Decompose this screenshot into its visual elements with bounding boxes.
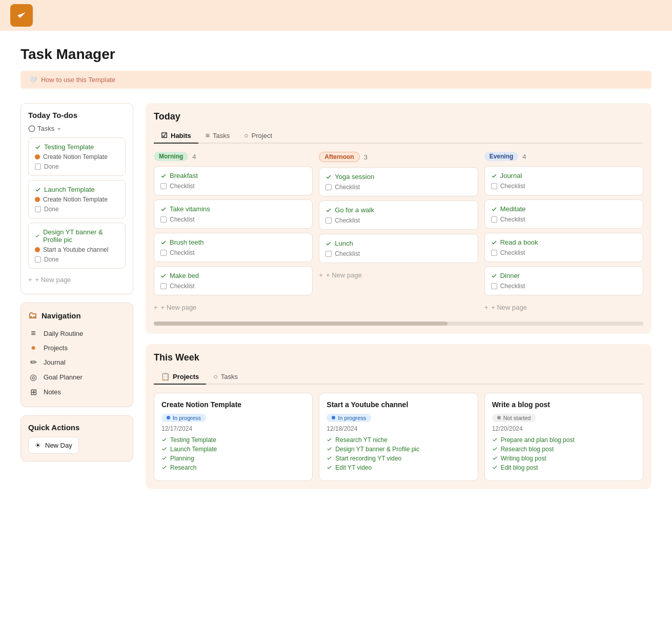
- task-card-title: Design YT banner & Profile pic: [35, 228, 119, 244]
- habit-item: Read a book Checklist: [484, 233, 643, 262]
- habit-checklist: Checklist: [160, 183, 306, 190]
- tab-tasks-week[interactable]: ○ Tasks: [206, 369, 245, 385]
- logo-icon: [10, 4, 33, 27]
- task-card: Testing Template Create Notion Template …: [28, 137, 126, 176]
- nav-item-label: Projects: [44, 344, 68, 352]
- project-card-title: Write a blog post: [492, 400, 636, 409]
- checkbox-empty[interactable]: [35, 206, 41, 212]
- sun-icon: ☀: [35, 442, 41, 449]
- tab-projects-label: Projects: [173, 373, 199, 380]
- checklist-checkbox[interactable]: [160, 283, 167, 289]
- habit-checklist: Checklist: [325, 217, 471, 224]
- checklist-checkbox[interactable]: [325, 251, 332, 257]
- nav-item-notes[interactable]: ⊞ Notes: [28, 385, 126, 399]
- notes-icon: ⊞: [28, 387, 38, 397]
- afternoon-column: Afternoon 3 Yoga session Checklist: [319, 152, 478, 315]
- tasks-week-tab-icon: ○: [213, 372, 217, 380]
- project-task: Research: [161, 464, 305, 471]
- nav-item-label: Journal: [44, 358, 66, 366]
- project-task: Planning: [161, 455, 305, 462]
- status-dot: [497, 416, 501, 419]
- habit-item: Brush teeth Checklist: [154, 233, 313, 262]
- habit-checklist: Checklist: [491, 183, 637, 190]
- daily-routine-icon: ≡: [28, 329, 38, 338]
- project-task: Testing Template: [161, 436, 305, 444]
- checklist-checkbox[interactable]: [325, 217, 332, 224]
- evening-count: 4: [522, 153, 526, 160]
- this-week-section: This Week 📋 Projects ○ Tasks Create Noti…: [146, 344, 651, 489]
- habits-icon: ☑: [161, 131, 168, 139]
- status-badge: In progress: [327, 414, 371, 422]
- projects-icon: ●: [28, 343, 38, 352]
- tasks-label: Tasks: [37, 125, 54, 132]
- project-task: Edit blog post: [492, 464, 636, 471]
- orange-dot: [35, 197, 40, 202]
- checklist-checkbox[interactable]: [160, 216, 167, 223]
- new-day-button[interactable]: ☀ New Day: [28, 437, 79, 454]
- morning-tag: Morning: [154, 152, 188, 161]
- goal-planner-icon: ◎: [28, 372, 38, 382]
- habit-item-title: Brush teeth: [160, 238, 306, 246]
- nav-item-goal-planner[interactable]: ◎ Goal Planner: [28, 370, 126, 385]
- tasks-header[interactable]: Tasks: [28, 125, 126, 132]
- checkbox-empty[interactable]: [35, 164, 41, 170]
- nav-item-journal[interactable]: ✏ Journal: [28, 355, 126, 370]
- checklist-checkbox[interactable]: [325, 184, 332, 190]
- scrollbar-area[interactable]: [154, 322, 643, 326]
- checklist-checkbox[interactable]: [160, 183, 167, 189]
- afternoon-tag: Afternoon: [319, 152, 359, 162]
- new-page-morning[interactable]: + + New page: [154, 299, 313, 315]
- new-page-afternoon[interactable]: + + New page: [319, 267, 478, 283]
- task-card: Launch Template Create Notion Template D…: [28, 180, 126, 218]
- habit-item-title: Lunch: [325, 239, 471, 247]
- checkbox-empty[interactable]: [35, 256, 41, 263]
- checklist-checkbox[interactable]: [491, 216, 497, 223]
- project-card-title: Start a Youtube channel: [327, 400, 470, 409]
- svg-point-0: [29, 126, 35, 132]
- template-banner[interactable]: 🤍 How to use this Template: [21, 71, 651, 89]
- habit-item: Take vitamins Checklist: [154, 199, 313, 229]
- task-card-sub: Create Notion Template: [35, 153, 119, 160]
- project-date: 12/20/2024: [492, 425, 636, 432]
- today-section-title: Today: [154, 111, 643, 122]
- status-dot: [167, 416, 170, 419]
- habit-item-title: Take vitamins: [160, 205, 306, 213]
- evening-header: Evening 4: [484, 152, 643, 161]
- nav-item-daily-routine[interactable]: ≡ Daily Routine: [28, 326, 126, 340]
- new-day-label: New Day: [45, 442, 72, 449]
- project-task: Prepare and plan blog post: [492, 436, 636, 444]
- main-layout: Today To-dos Tasks Testing Template Crea…: [21, 103, 651, 489]
- tab-tasks[interactable]: ≡ Tasks: [198, 128, 237, 144]
- habits-grid: Morning 4 Breakfast Checklist: [154, 152, 643, 319]
- habit-item-title: Go for a walk: [325, 206, 471, 214]
- orange-dot: [35, 247, 40, 252]
- checklist-checkbox[interactable]: [160, 250, 167, 256]
- evening-column: Evening 4 Journal Checklist: [484, 152, 643, 315]
- morning-count: 4: [192, 153, 196, 160]
- habit-item: Breakfast Checklist: [154, 166, 313, 195]
- tab-project-label: Project: [252, 132, 272, 139]
- tab-projects[interactable]: 📋 Projects: [154, 369, 206, 385]
- habit-checklist: Checklist: [160, 283, 306, 290]
- new-page-button[interactable]: + + New page: [28, 273, 126, 287]
- task-card-title: Testing Template: [35, 143, 119, 151]
- habit-checklist: Checklist: [160, 249, 306, 256]
- tab-habits-label: Habits: [171, 132, 191, 139]
- checklist-checkbox[interactable]: [491, 250, 497, 256]
- afternoon-count: 3: [364, 153, 368, 161]
- task-done: Done: [35, 163, 119, 170]
- habit-checklist: Checklist: [325, 184, 471, 191]
- tab-tasks-label: Tasks: [213, 132, 230, 139]
- checklist-checkbox[interactable]: [491, 283, 497, 289]
- template-banner-text: How to use this Template: [41, 76, 115, 84]
- nav-item-projects[interactable]: ● Projects: [28, 340, 126, 355]
- tab-tasks-week-label: Tasks: [221, 373, 238, 380]
- checklist-checkbox[interactable]: [491, 183, 497, 189]
- project-card: Write a blog post Not started 12/20/2024…: [484, 393, 643, 481]
- new-page-evening[interactable]: + + New page: [484, 299, 643, 315]
- habit-item: Go for a walk Checklist: [319, 200, 478, 230]
- tab-habits[interactable]: ☑ Habits: [154, 128, 198, 144]
- habit-checklist: Checklist: [160, 216, 306, 223]
- task-card: Design YT banner & Profile pic Start a Y…: [28, 223, 126, 269]
- tab-project[interactable]: ○ Project: [237, 128, 279, 144]
